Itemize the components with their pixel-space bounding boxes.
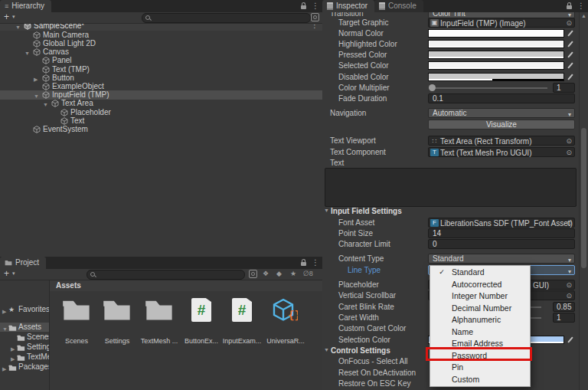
search-filter-icon[interactable] [311, 13, 319, 21]
object-picker-icon[interactable]: ⊙ [566, 149, 572, 156]
asset-item-textmesh[interactable]: TextMesh ... [139, 297, 180, 348]
hierarchy-item-button[interactable]: ▶Button [0, 74, 322, 83]
packages-visibility-icon[interactable]: ❖ [263, 269, 269, 278]
hierarchy-item-placeholder[interactable]: Placeholder [0, 108, 322, 117]
object-picker-icon[interactable]: ⊙ [566, 137, 572, 145]
menu-item-name[interactable]: Name [430, 326, 530, 338]
color-swatch-pressed-color[interactable] [428, 51, 564, 59]
kebab-menu-icon[interactable]: ⋮ [577, 2, 585, 10]
section-header-label[interactable]: Control Settings [331, 346, 390, 355]
hierarchy-item-canvas[interactable]: ▼Canvas [0, 48, 322, 57]
hierarchy-item-exampleobject[interactable]: ExampleObject [0, 82, 322, 91]
object-picker-icon[interactable]: ⊙ [566, 292, 572, 300]
field-point-size[interactable]: 14 [428, 228, 575, 238]
search-by-label-icon[interactable]: ◆ [276, 269, 282, 278]
menu-item-pin[interactable]: Pin [430, 362, 530, 373]
slider-value-color-multiplier[interactable]: 1 [553, 83, 575, 93]
kebab-menu-icon[interactable]: ⋮ [312, 2, 319, 10]
hierarchy-item-main-camera[interactable]: Main Camera [0, 31, 322, 40]
add-asset-button[interactable]: + [4, 269, 9, 279]
lock-icon[interactable] [301, 262, 306, 266]
hierarchy-item-global-light-2d[interactable]: Global Light 2D [0, 39, 322, 48]
menu-item-alphanumeric[interactable]: Alphanumeric [430, 314, 530, 326]
foldout-closed-icon[interactable]: ▶ [2, 307, 6, 314]
foldout-closed-icon[interactable]: ▶ [11, 345, 15, 352]
lock-icon[interactable] [567, 5, 572, 9]
eyedropper-icon[interactable] [566, 61, 574, 70]
add-object-button[interactable]: + [4, 12, 9, 22]
menu-item-custom[interactable]: Custom [430, 374, 530, 385]
text-multiline-field[interactable] [325, 168, 577, 207]
scroll-up-icon[interactable]: ▲ [580, 13, 588, 18]
dropdown-navigation[interactable]: Automatic▾ [428, 108, 575, 118]
hierarchy-item-eventsystem[interactable]: EventSystem [0, 125, 322, 134]
asset-item-scenes[interactable]: Scenes [56, 297, 97, 348]
tab-inspector[interactable]: Inspector [322, 0, 374, 12]
hidden-packages-icon[interactable]: ∅8 [303, 269, 313, 278]
object-picker-icon[interactable]: ⊙ [566, 219, 572, 227]
slider-track[interactable] [430, 87, 547, 89]
slider-knob[interactable] [429, 84, 436, 91]
color-swatch-highlighted-color[interactable] [428, 40, 564, 48]
project-tree-item-packages[interactable]: ▶Packages [0, 362, 49, 372]
tab-hierarchy[interactable]: ≡ Hierarchy [0, 0, 51, 12]
object-field-text-component[interactable]: TText (Text Mesh Pro UGUI)⊙ [428, 147, 575, 157]
project-tree-item-settings[interactable]: ▶Settings [0, 342, 49, 352]
menu-item-autocorrected[interactable]: Autocorrected [430, 279, 530, 290]
foldout-closed-icon[interactable]: ▶ [2, 365, 6, 372]
lock-icon[interactable] [301, 5, 306, 9]
foldout-open-icon[interactable]: ▼ [324, 347, 329, 352]
inspector-scrollbar[interactable]: ▲ [579, 12, 588, 390]
project-tree-item-favorites[interactable]: ▶★Favorites [0, 305, 49, 314]
menu-item-standard[interactable]: ✓Standard [430, 267, 530, 278]
foldout-closed-icon[interactable]: ▶ [11, 355, 15, 362]
font-asset-icon: F [430, 219, 439, 227]
slider-value-caret-width[interactable]: 1 [553, 313, 575, 323]
kebab-menu-icon[interactable]: ⋮ [312, 259, 319, 267]
object-field-target-graphic[interactable]: ▣InputField (TMP) (Image)⊙ [428, 18, 575, 28]
color-swatch-selected-color[interactable] [428, 61, 564, 70]
hierarchy-item-text[interactable]: Text [0, 116, 322, 126]
search-by-type-icon[interactable] [249, 270, 257, 278]
object-picker-icon[interactable]: ⊙ [566, 281, 572, 289]
project-search-input[interactable] [87, 270, 245, 280]
asset-item-settings[interactable]: Settings [96, 297, 138, 348]
project-tree-item-assets[interactable]: ▼Assets [0, 323, 49, 332]
eyedropper-icon[interactable] [566, 51, 574, 59]
color-swatch-disabled-color[interactable] [428, 73, 564, 81]
object-picker-icon[interactable]: ⊙ [566, 19, 572, 27]
hierarchy-search-input[interactable] [142, 13, 311, 23]
tab-console[interactable]: Console [374, 0, 423, 12]
hierarchy-item-text-area[interactable]: ▼Text Area [0, 99, 322, 108]
menu-item-integer-number[interactable]: Integer Number [430, 290, 530, 302]
asset-item-inputexam[interactable]: #InputExam... [221, 297, 263, 348]
eyedropper-icon[interactable] [566, 336, 574, 344]
eyedropper-icon[interactable] [566, 73, 574, 81]
foldout-open-icon[interactable]: ▼ [2, 325, 8, 332]
add-object-caret-icon[interactable]: ▾ [12, 14, 15, 20]
object-field-font-asset[interactable]: FLiberationSans SDF (TMP_Font Asset)⊙ [428, 218, 575, 228]
hierarchy-item-inputfield-tmp[interactable]: ▼InputField (TMP) [0, 90, 322, 100]
project-tree-item-textme[interactable]: ▶TextMe [0, 352, 49, 362]
asset-item-universar[interactable]: {}UniversaR... [265, 297, 306, 348]
scrollbar-thumb[interactable] [581, 128, 586, 268]
add-asset-caret-icon[interactable]: ▾ [12, 270, 15, 277]
foldout-open-icon[interactable]: ▼ [324, 208, 329, 213]
section-header-label[interactable]: Input Field Settings [331, 207, 402, 215]
field-fade-duration[interactable]: 0.1 [428, 93, 575, 103]
slider-value-caret-blink-rate[interactable]: 0.85 [553, 302, 575, 312]
menu-item-decimal-number[interactable]: Decimal Number [430, 303, 530, 314]
color-swatch-normal-color[interactable] [428, 29, 564, 38]
eyedropper-icon[interactable] [566, 29, 574, 38]
hierarchy-item-panel[interactable]: Panel [0, 56, 322, 65]
dropdown-content-type[interactable]: Standard▾ [428, 254, 575, 264]
visualize-button[interactable]: Visualize [428, 120, 575, 129]
asset-item-buttonex[interactable]: #ButtonEx... [181, 297, 222, 348]
tab-project[interactable]: Project [0, 257, 46, 269]
hierarchy-item-text-tmp[interactable]: Text (TMP) [0, 65, 322, 74]
eyedropper-icon[interactable] [566, 40, 574, 48]
favorites-filter-icon[interactable]: ★ [290, 269, 296, 278]
project-tree-item-scenes[interactable]: Scenes [0, 333, 49, 342]
object-field-text-viewport[interactable]: ⸬Text Area (Rect Transform)⊙ [428, 136, 575, 146]
field-character-limit[interactable]: 0 [428, 239, 575, 249]
